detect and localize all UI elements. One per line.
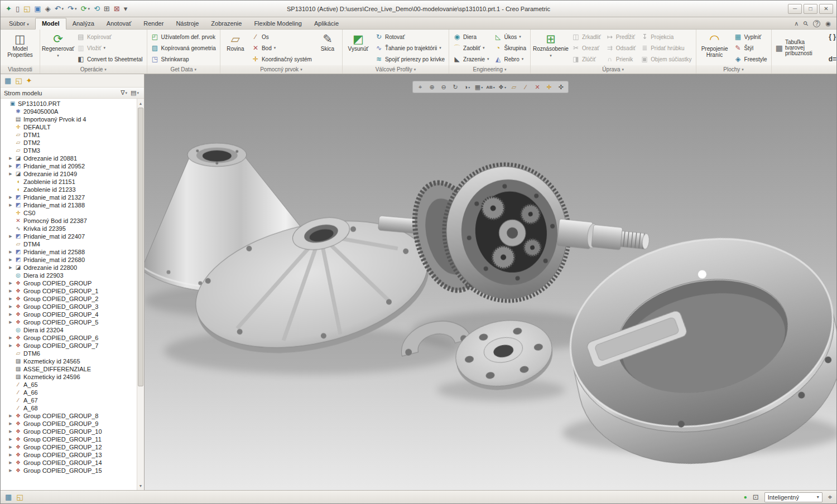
expand-arrow-icon[interactable] (8, 256, 13, 264)
tree-item[interactable]: ❖ Group COPIED_GROUP_14 (1, 459, 136, 467)
chamfer-button[interactable]: ◣Zrazenie▾ (451, 54, 490, 64)
display-style-icon[interactable]: ◑▾ (461, 82, 473, 92)
toolbar-options-icon[interactable]: ▾▾ (122, 3, 129, 14)
tab-model[interactable]: Model▾ (35, 18, 66, 30)
tree-item[interactable]: ❖ Group COPIED_GROUP_4 (1, 311, 136, 318)
tree-item[interactable]: ✛ DEFAULT (1, 123, 136, 131)
expand-arrow-icon[interactable] (8, 451, 13, 459)
tree-item[interactable]: ◩ Pridanie_mat id 20952 (1, 162, 136, 170)
new-file-icon[interactable]: ▯▾ (14, 3, 21, 14)
expand-arrow-icon[interactable] (8, 232, 13, 240)
tree-item[interactable]: ∕ A_66 (1, 389, 136, 396)
group-label-engineering[interactable]: Engineering▾ (449, 65, 530, 74)
save-icon[interactable]: ▣▾ (32, 3, 42, 14)
expand-arrow-icon[interactable] (8, 279, 13, 287)
tree-item[interactable]: ❖ Group COPIED_GROUP_1 (1, 287, 136, 295)
csys-button[interactable]: ✛Koordinačný systém (250, 54, 314, 64)
tree-item[interactable]: ❖ Group COPIED_GROUP_2 (1, 295, 136, 303)
expand-arrow-icon[interactable] (8, 443, 13, 451)
style-button[interactable]: ✎Štýl (733, 43, 769, 53)
tree-item[interactable]: ❖ Group COPIED_GROUP_15 (1, 467, 136, 474)
expand-arrow-icon[interactable] (8, 428, 13, 435)
trim-button[interactable]: ✂Orezať (570, 43, 603, 53)
datum-csys-toggle-icon[interactable]: ✛▾ (543, 82, 555, 92)
restore-button[interactable]: □ (804, 4, 817, 14)
expand-arrow-icon[interactable] (8, 342, 13, 350)
close-button[interactable]: ✕ (819, 4, 833, 14)
hole-button[interactable]: ◉Diera (451, 32, 490, 42)
rib-button[interactable]: ◭Rebro▾ (493, 54, 528, 64)
minimize-button[interactable]: ─ (788, 4, 802, 14)
pattern-button[interactable]: ⊞ Roznásobenie ▾ (533, 31, 569, 65)
expand-arrow-icon[interactable] (8, 162, 13, 170)
sweep-button[interactable]: ∿Ťahanie po trajektórii▾ (373, 43, 446, 53)
relations-button[interactable]: d=Relácie (827, 54, 836, 64)
revolve-button[interactable]: ↻Rotovať (373, 32, 446, 42)
zoom-out-icon[interactable]: ⊖▾ (438, 82, 449, 92)
tree-item[interactable]: ◩ Pridanie_mat id 22588 (1, 248, 136, 256)
graphics-area[interactable] (145, 74, 836, 490)
fill-button[interactable]: ▦Vyplniť (733, 32, 769, 42)
solidify-button[interactable]: ▣Objem súčiastky (639, 54, 693, 64)
tree-item[interactable]: ❖ Group COPIED_GROUP_11 (1, 435, 136, 443)
tree-item[interactable]: ∕ A_67 (1, 396, 136, 404)
plane-button[interactable]: ▱ Rovina (223, 31, 248, 65)
tree-item[interactable]: ◩ Pridanie_mat id 22407 (1, 232, 136, 240)
collapse-ribbon-icon[interactable]: ∧ (794, 20, 798, 27)
expand-arrow-icon[interactable] (8, 287, 13, 295)
tab-subor[interactable]: Súbor▾ (3, 18, 35, 29)
thicken-button[interactable]: ≣Pridať hrúbku (639, 43, 693, 53)
tree-item[interactable]: ❖ Group COPIED_GROUP_9 (1, 420, 136, 428)
expand-arrow-icon[interactable] (8, 264, 13, 272)
expand-arrow-icon[interactable] (8, 193, 13, 201)
refit-icon[interactable]: ⌖▾ (415, 82, 426, 92)
intersect-button[interactable]: ∩Prienik (604, 54, 637, 64)
tree-item[interactable]: ▤ Importovaný Prvok id 4 (1, 115, 136, 123)
tree-filter-button[interactable]: ∇▾ (119, 89, 129, 96)
copy-geometry-button[interactable]: ▨Kopírovaná geometria (150, 43, 218, 53)
group-label-get-data[interactable]: Get Data▾ (147, 65, 220, 74)
resources-icon[interactable]: ◉ (825, 20, 831, 27)
tree-item[interactable]: ❖ Group COPIED_GROUP_8 (1, 412, 136, 420)
regenerate-quick-icon[interactable]: ⟳▾ (79, 3, 92, 14)
group-label-plochy[interactable]: Plochy▾ (696, 65, 771, 74)
tree-item[interactable]: ▨ ASSE_DIFFERENZIALE (1, 365, 136, 373)
expand-arrow-icon[interactable] (8, 459, 13, 467)
group-label-model-intent[interactable]: Model Intent▾ (772, 65, 836, 74)
tab-aplikacie[interactable]: Aplikácie▾ (308, 18, 345, 29)
expand-arrow-icon[interactable] (8, 318, 13, 326)
refresh-icon[interactable]: ⟲▾ (92, 3, 102, 14)
tab-zobrazenie[interactable]: Zobrazenie▾ (205, 18, 248, 29)
expand-arrow-icon[interactable] (8, 467, 13, 474)
group-label-operacie[interactable]: Operácie▾ (40, 65, 147, 74)
favorites-icon[interactable]: ✦ (26, 76, 32, 85)
windows-icon[interactable]: ⊞▾ (102, 3, 112, 14)
tree-item[interactable]: ∿ Krivka id 22395 (1, 225, 136, 232)
tree-settings-button[interactable]: ▤▾ (129, 89, 141, 96)
boundary-blend-button[interactable]: ◠ Prepojenie Hraníc (699, 31, 731, 65)
tab-analyza[interactable]: Analýza▾ (66, 18, 100, 29)
redo-icon[interactable]: ↷▾ (66, 3, 78, 14)
expand-arrow-icon[interactable] (8, 303, 13, 311)
spin-center-icon[interactable]: ✜▾ (555, 82, 566, 92)
expand-arrow-icon[interactable] (8, 334, 13, 342)
offset-button[interactable]: ⇉Odsadiť (604, 43, 637, 53)
scroll-down-icon[interactable]: ▼ (137, 482, 144, 490)
tree-item[interactable]: ✱ 209405000A (1, 108, 136, 115)
tab-render[interactable]: Render▾ (137, 18, 170, 29)
tree-item[interactable]: ∕ A_68 (1, 404, 136, 412)
shrinkwrap-button[interactable]: ◳Shrinkwrap (150, 54, 218, 64)
tree-item[interactable]: ▱ DTM6 (1, 350, 136, 357)
swept-blend-button[interactable]: ≋Spojiť prierezy po krivke (373, 54, 446, 64)
extrude-button[interactable]: ◩ Vysunúť (345, 31, 372, 65)
tree-item[interactable]: ✛ CS0 (1, 209, 136, 217)
expand-arrow-icon[interactable] (8, 295, 13, 303)
tree-item[interactable]: ❖ Group COPIED_GROUP_13 (1, 451, 136, 459)
tree-item[interactable]: ✕ Pomocný Bod id 22387 (1, 217, 136, 225)
tree-item[interactable]: ◖ Zaoblenie id 21151 (1, 178, 136, 186)
project-button[interactable]: ↧Projekcia (639, 32, 693, 42)
axis-button[interactable]: ∕Os (250, 32, 314, 42)
convert-to-sheetmetal-button[interactable]: ◧Convert to Sheetmetal (75, 54, 145, 64)
tree-item[interactable]: ❖ Group COPIED_GROUP_5 (1, 318, 136, 326)
draft-button[interactable]: ◺Úkos▾ (493, 32, 528, 42)
